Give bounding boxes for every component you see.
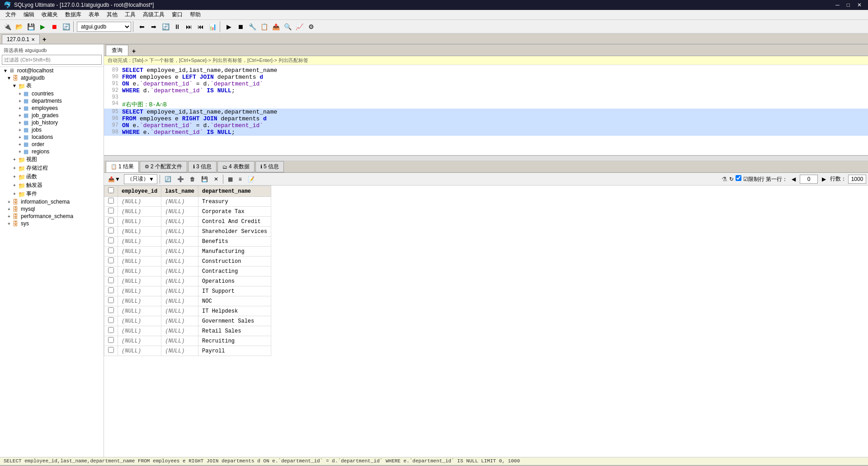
tree-db-information-schema[interactable]: + 🗄 information_schema [0,198,104,205]
row-checkbox-13[interactable] [108,327,114,333]
row-count-input[interactable] [848,175,866,184]
tree-table-locations[interactable]: + ▦ locations [0,133,104,141]
job-history-toggle[interactable]: + [16,120,24,125]
row-checkbox-6[interactable] [108,257,114,263]
views-toggle[interactable]: + [11,157,18,162]
new-connection-button[interactable]: 🔌 [2,21,13,32]
tb-btn-8[interactable]: ▶ [223,21,234,32]
tree-db-sys[interactable]: + 🗄 sys [0,220,104,227]
locations-toggle[interactable]: + [16,135,24,140]
result-save-button[interactable]: 💾 [199,174,210,184]
minimize-button[interactable]: ─ [833,2,842,8]
add-query-tab-button[interactable]: + [128,47,139,56]
tree-table-job-grades[interactable]: + ▦ job_grades [0,112,104,119]
tree-db-toggle[interactable]: ▼ [5,76,13,81]
result-view-btn-1[interactable]: ▦ [226,174,235,184]
events-toggle[interactable]: + [11,191,18,196]
execute-button[interactable]: ▶ [37,21,48,32]
info-schema-toggle[interactable]: + [5,200,13,204]
tb-btn-3[interactable]: 🔄 [160,21,171,32]
mysql-toggle[interactable]: + [5,207,13,212]
menu-item-收藏夹[interactable]: 收藏夹 [38,10,61,19]
database-select[interactable]: atgui.gudb [77,22,131,32]
next-page-button[interactable]: ▶ [820,174,828,184]
query-tab-1[interactable]: 查询 [106,45,128,56]
menu-item-窗口[interactable]: 窗口 [168,10,186,19]
tree-table-countries[interactable]: + ▦ countries [0,90,104,97]
result-discard-button[interactable]: ✕ [212,174,221,184]
row-checkbox-14[interactable] [108,337,114,343]
tb-btn-9[interactable]: ⏹ [235,21,246,32]
jobs-toggle[interactable]: + [16,128,24,133]
tree-db-atguigudb[interactable]: ▼ 🗄 atguigudb [0,74,104,81]
procedures-toggle[interactable]: + [11,166,18,171]
tree-folder-triggers[interactable]: + 📁 触发器 [0,181,104,190]
editor-hscroll[interactable] [104,156,868,161]
tree-db-performance-schema[interactable]: + 🗄 performance_schema [0,213,104,220]
tree-table-regions[interactable]: + ▦ regions [0,148,104,155]
result-export-button[interactable]: 📤▼ [106,174,123,184]
result-delete-row-button[interactable]: 🗑 [188,174,198,184]
perf-schema-toggle[interactable]: + [5,214,13,219]
close-button[interactable]: ✕ [854,2,864,8]
tb-btn-10[interactable]: 🔧 [247,21,258,32]
row-checkbox-12[interactable] [108,317,114,323]
tree-table-order[interactable]: + ▦ order [0,141,104,148]
result-refresh-button[interactable]: 🔄 [162,174,174,184]
tree-folder-functions[interactable]: + 📁 函数 [0,172,104,181]
limit-checkbox[interactable] [736,175,741,181]
tb-btn-15[interactable]: ⚙ [306,21,316,32]
result-add-row-button[interactable]: ➕ [175,174,186,184]
readonly-button[interactable]: （只读） ▼ [124,174,157,184]
result-tab-3[interactable]: ℹ 3 信息 [188,161,217,172]
menu-item-编辑[interactable]: 编辑 [20,10,38,19]
job-grades-toggle[interactable]: + [16,113,24,118]
row-checkbox-9[interactable] [108,287,114,293]
row-checkbox-5[interactable] [108,247,114,253]
tb-btn-6[interactable]: ⏮ [195,21,206,32]
tree-db-mysql[interactable]: + 🗄 mysql [0,205,104,213]
save-button[interactable]: 💾 [25,21,36,32]
tree-folder-views[interactable]: + 📁 视图 [0,155,104,164]
tree-folder-events[interactable]: + 📁 事件 [0,190,104,198]
departments-toggle[interactable]: + [16,99,24,104]
tb-btn-11[interactable]: 📋 [259,21,269,32]
tb-btn-13[interactable]: 🔍 [282,21,293,32]
countries-toggle[interactable]: + [16,91,24,96]
tb-btn-7[interactable]: 📊 [207,21,218,32]
tree-table-departments[interactable]: + ▦ departments [0,97,104,105]
col-employee-id[interactable]: employee_id [118,186,161,197]
menu-item-高级工具[interactable]: 高级工具 [139,10,168,19]
tb-btn-2[interactable]: ➡ [148,21,159,32]
row-checkbox-1[interactable] [108,208,114,214]
row-checkbox-11[interactable] [108,307,114,313]
menu-item-工具[interactable]: 工具 [121,10,139,19]
row-checkbox-0[interactable] [108,198,114,204]
refresh-button[interactable]: 🔄 [61,21,71,32]
col-checkbox-header[interactable] [104,186,118,197]
tree-tables-toggle[interactable]: ▼ [11,83,18,88]
stop-button[interactable]: ⏹ [49,21,60,32]
tree-table-employees[interactable]: + ▦ employees [0,105,104,112]
result-view-btn-3[interactable]: 📝 [245,174,257,184]
result-tab-2[interactable]: ⚙ 2 个配置文件 [140,161,187,172]
tree-folder-tables[interactable]: ▼ 📁 表 [0,81,104,90]
tree-table-job-history[interactable]: + ▦ job_history [0,119,104,126]
row-checkbox-10[interactable] [108,297,114,303]
sidebar-filter-input[interactable] [2,55,102,65]
result-view-btn-2[interactable]: ≡ [236,174,244,184]
readonly-dropdown[interactable]: ▼ [149,176,154,182]
triggers-toggle[interactable]: + [11,183,18,188]
connection-tab-127[interactable]: 127.0.0.1 ✕ [2,34,40,44]
result-tab-1[interactable]: 📋 1 结果 [106,161,139,172]
tb-btn-12[interactable]: 📤 [270,21,281,32]
result-tab-5[interactable]: ℹ 5 信息 [255,161,284,172]
tree-server-toggle[interactable]: ▼ [2,68,9,73]
menu-item-文件[interactable]: 文件 [2,10,20,19]
maximize-button[interactable]: □ [844,2,853,8]
menu-item-其他[interactable]: 其他 [103,10,121,19]
add-connection-button[interactable]: + [40,35,49,44]
tree-folder-procedures[interactable]: + 📁 存储过程 [0,164,104,172]
tb-btn-4[interactable]: ⏸ [172,21,183,32]
tb-btn-5[interactable]: ⏭ [184,21,194,32]
